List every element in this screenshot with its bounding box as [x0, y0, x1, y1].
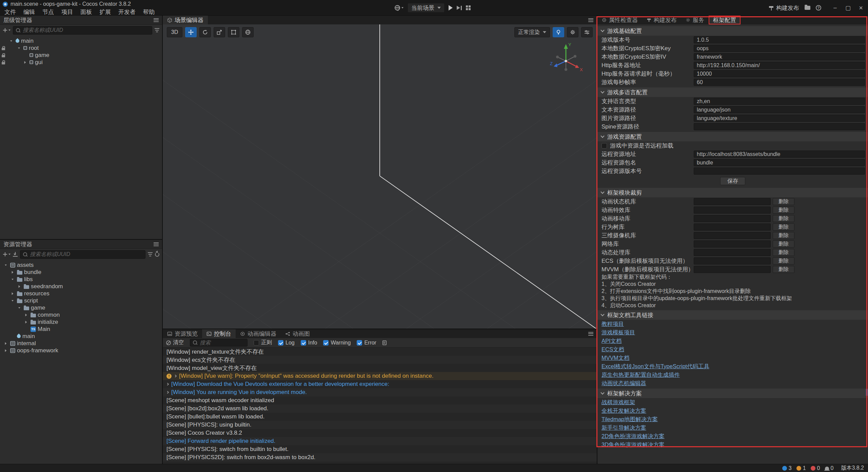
- delete-module-button[interactable]: 删除: [773, 257, 794, 264]
- asset-node-oops-framework[interactable]: oops-framework: [0, 347, 162, 354]
- section-basic-header[interactable]: 游戏基础配置: [597, 26, 868, 36]
- frame-rate-input[interactable]: [694, 79, 865, 86]
- doc-link-animator-editor[interactable]: 动画状态机编辑器: [601, 380, 646, 387]
- rect-tool-button[interactable]: [228, 27, 239, 37]
- section-language-header[interactable]: 游戏多语言配置: [597, 87, 868, 97]
- filter-info-toggle[interactable]: Info: [301, 340, 317, 346]
- scene-viewport[interactable]: 3D: [163, 24, 597, 329]
- log-entry-info[interactable]: [Window] Download the Vue Devtools exten…: [163, 380, 597, 388]
- menu-project[interactable]: 项目: [58, 8, 77, 16]
- log-entry-info[interactable]: [Scene] Forward render pipeline initiali…: [163, 437, 597, 445]
- close-button[interactable]: [857, 4, 865, 12]
- view-settings-button[interactable]: [581, 27, 593, 37]
- doc-link-ecs[interactable]: ECS文档: [601, 346, 624, 353]
- lock-icon[interactable]: [2, 48, 5, 50]
- clear-console-button[interactable]: 清空: [166, 339, 184, 346]
- delete-module-button[interactable]: 删除: [773, 223, 794, 231]
- warning-checkbox[interactable]: [323, 340, 329, 346]
- doc-link-hotupdate-plugin[interactable]: 原生包热更新配置自动生成插件: [601, 371, 680, 379]
- assets-filter-button[interactable]: [148, 252, 153, 256]
- delete-module-button[interactable]: 删除: [773, 240, 794, 248]
- panel-menu-icon[interactable]: [588, 332, 593, 336]
- section-resource-header[interactable]: 游戏资源配置: [597, 132, 868, 141]
- panel-menu-icon[interactable]: [154, 18, 159, 22]
- menu-extension[interactable]: 扩展: [96, 8, 115, 16]
- log-entry[interactable]: [Scene] [PHYSICS2D]: switch from box2d-w…: [163, 453, 597, 461]
- create-asset-button[interactable]: [3, 252, 11, 257]
- regex-toggle[interactable]: 正则: [254, 339, 272, 346]
- hierarchy-node-game[interactable]: game: [0, 52, 162, 59]
- asset-node-main-scene[interactable]: main: [0, 333, 162, 340]
- build-publish-button[interactable]: 构建发布: [769, 4, 799, 12]
- log-count-badge[interactable]: 3: [782, 465, 792, 471]
- lock-icon[interactable]: [2, 55, 5, 57]
- light-toggle-button[interactable]: [553, 27, 564, 37]
- log-entry[interactable]: [Window] render_texture文件夹不存在: [163, 348, 597, 356]
- http-timeout-input[interactable]: [694, 70, 865, 77]
- hierarchy-node-gui[interactable]: gui: [0, 59, 162, 66]
- console-search-input[interactable]: [200, 340, 245, 346]
- delete-module-button[interactable]: 删除: [773, 215, 794, 222]
- solution-link-2d-rpg[interactable]: 2D角色扮演游戏解决方案: [601, 433, 665, 440]
- hierarchy-node-main[interactable]: main: [0, 37, 162, 44]
- expand-arrow-icon[interactable]: [10, 292, 15, 295]
- tab-console[interactable]: 控制台: [202, 329, 236, 338]
- game-version-input[interactable]: [694, 36, 865, 43]
- tab-inspector[interactable]: 属性检查器: [597, 16, 642, 24]
- solution-link-fullstack[interactable]: 全栈开发解决方案: [601, 407, 646, 415]
- maximize-button[interactable]: [844, 4, 852, 12]
- log-entry[interactable]: [Scene] Cocos Creator v3.8.2: [163, 429, 597, 437]
- doc-link-api[interactable]: API文档: [601, 337, 622, 345]
- delete-module-button[interactable]: 删除: [773, 249, 794, 256]
- expand-arrow-icon[interactable]: [174, 375, 177, 377]
- error-count-badge[interactable]: 0: [811, 465, 820, 471]
- hierarchy-node-root[interactable]: root: [0, 44, 162, 52]
- asset-node-libs[interactable]: libs: [0, 276, 162, 283]
- scrollbar-thumb[interactable]: [866, 389, 868, 396]
- expand-arrow-icon[interactable]: [3, 264, 8, 266]
- expand-arrow-icon[interactable]: [22, 61, 28, 64]
- delete-module-button[interactable]: 删除: [773, 206, 794, 214]
- notification-badge[interactable]: 0: [825, 465, 834, 471]
- texture-path-input[interactable]: [694, 115, 865, 122]
- asset-node-initialize[interactable]: initialize: [0, 318, 162, 326]
- solution-link-tiledmap[interactable]: Tiledmap地图解决方案: [601, 416, 658, 423]
- hierarchy-search[interactable]: [13, 26, 152, 35]
- render-mode-dropdown[interactable]: 正常渲染: [514, 27, 550, 37]
- lock-icon[interactable]: [2, 62, 5, 64]
- asset-node-internal[interactable]: internal: [0, 340, 162, 347]
- save-button[interactable]: 保存: [720, 177, 745, 185]
- section-solutions-header[interactable]: 框架解决方案: [597, 389, 868, 398]
- panel-menu-icon[interactable]: [154, 242, 159, 246]
- expand-arrow-icon[interactable]: [10, 300, 15, 301]
- scene-selector-dropdown[interactable]: 当前场景: [408, 3, 445, 13]
- expand-arrow-icon[interactable]: [3, 349, 8, 352]
- menu-panel[interactable]: 面板: [77, 8, 96, 16]
- menu-help[interactable]: 帮助: [139, 8, 158, 16]
- menu-edit[interactable]: 编辑: [20, 8, 39, 16]
- tab-build-publish[interactable]: 构建发布: [642, 16, 681, 24]
- remote-load-toggle[interactable]: 游戏中资源是否远程加载: [597, 141, 868, 150]
- expand-arrow-icon[interactable]: [10, 271, 15, 274]
- expand-arrow-icon[interactable]: [16, 47, 22, 49]
- hierarchy-filter-button[interactable]: [155, 28, 159, 32]
- solution-link-3d-rpg[interactable]: 3D角色扮演游戏解决方案: [601, 441, 665, 449]
- log-entry[interactable]: [Scene] [bullet]:bullet wasm lib loaded.: [163, 413, 597, 421]
- delete-module-button[interactable]: 删除: [773, 198, 794, 205]
- expand-arrow-icon[interactable]: [17, 285, 22, 288]
- delete-module-button[interactable]: 删除: [773, 232, 794, 239]
- log-entry-info[interactable]: [Window] You are running Vue in developm…: [163, 388, 597, 396]
- asset-node-resources[interactable]: resources: [0, 290, 162, 297]
- menu-node[interactable]: 节点: [39, 8, 58, 16]
- import-asset-button[interactable]: [13, 252, 18, 257]
- open-project-folder-button[interactable]: [805, 6, 810, 10]
- panel-menu-icon[interactable]: [588, 18, 593, 22]
- doc-link-template[interactable]: 游戏模板项目: [601, 329, 635, 336]
- tab-framework-config[interactable]: 框架配置: [709, 16, 741, 24]
- log-entry[interactable]: [Scene] [PHYSICS]: using builtin.: [163, 421, 597, 429]
- asset-node-main-ts[interactable]: Main: [0, 326, 162, 333]
- axis-gizmo[interactable]: Y X Z: [547, 41, 585, 79]
- minimize-button[interactable]: [831, 4, 839, 11]
- remote-url-input[interactable]: [694, 151, 865, 158]
- console-search[interactable]: [190, 339, 248, 347]
